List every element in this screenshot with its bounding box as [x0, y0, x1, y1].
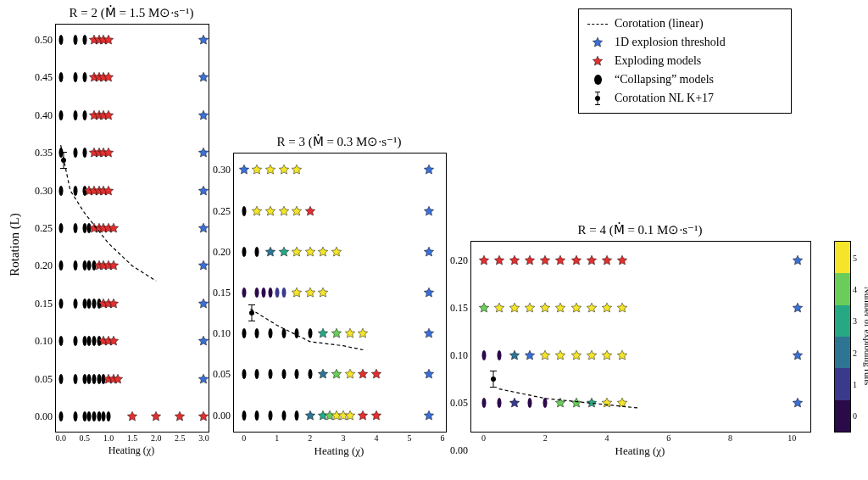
star-marker	[357, 410, 369, 421]
star-marker	[264, 205, 276, 217]
x-tick: 5	[408, 433, 412, 443]
collapsing-marker	[268, 328, 272, 338]
star-marker	[554, 349, 566, 361]
star-marker	[423, 368, 435, 380]
collapsing-marker	[275, 287, 279, 298]
collapsing-marker	[58, 35, 63, 45]
star-marker	[601, 349, 613, 361]
x-tick: 0	[242, 433, 246, 443]
collapsing-marker	[73, 374, 77, 384]
star-marker	[331, 246, 342, 258]
collapsing-marker	[58, 299, 63, 309]
star-marker	[586, 254, 598, 266]
star-marker	[108, 260, 120, 271]
dash-icon	[587, 24, 608, 25]
panel2-xlabel: Heating (χ)	[233, 444, 445, 458]
y-tick: 0.15	[450, 302, 468, 315]
star-marker	[291, 246, 303, 258]
star-marker	[509, 302, 520, 314]
legend-errorbar-label: Corotation NL K+17	[615, 92, 714, 105]
collapsing-marker	[308, 328, 312, 338]
y-tick: 0.20	[35, 260, 53, 272]
star-marker	[331, 327, 342, 339]
star-marker	[509, 397, 520, 409]
star-marker	[601, 254, 613, 266]
star-marker	[423, 205, 435, 217]
star-marker	[539, 254, 551, 266]
collapsing-marker	[295, 369, 299, 379]
y-tick: 0.10	[35, 335, 53, 348]
star-marker	[570, 254, 582, 266]
star-marker	[317, 368, 329, 380]
star-marker	[198, 222, 209, 234]
x-tick: 1	[275, 433, 279, 443]
y-tick: 0.25	[213, 204, 231, 217]
star-marker	[304, 205, 316, 217]
star-marker	[493, 302, 505, 314]
star-marker	[570, 302, 582, 314]
collapsing-marker	[73, 336, 77, 346]
y-tick: 0.05	[450, 397, 468, 410]
collapsing-marker	[497, 398, 501, 408]
x-tick: 4	[374, 433, 378, 443]
star-marker	[238, 164, 250, 176]
collapsing-marker	[97, 411, 101, 421]
panel3-title: R = 4 (Ṁ = 0.1 M⊙·s⁻¹)	[470, 222, 810, 237]
x-tick: 8	[728, 433, 732, 443]
star-marker	[616, 397, 628, 409]
colorbar-segment	[835, 273, 850, 304]
collapsing-marker	[58, 336, 63, 346]
panel-r3: 0.000.050.100.150.200.250.300123456	[233, 153, 447, 433]
star-marker	[554, 302, 566, 314]
star-marker	[539, 349, 551, 361]
colorbar-tick: 2	[853, 348, 857, 357]
panel-r2: 0.000.050.100.150.200.250.300.350.400.45…	[55, 24, 209, 433]
star-marker	[304, 246, 316, 258]
x-tick: 1.5	[127, 433, 138, 443]
star-marker	[423, 246, 435, 258]
star-marker	[291, 164, 303, 176]
star-marker	[103, 147, 114, 159]
star-marker	[357, 327, 369, 339]
star-marker	[317, 287, 329, 299]
collapsing-marker	[543, 398, 548, 408]
star-marker	[304, 410, 316, 421]
star-marker	[423, 410, 435, 421]
star-marker	[539, 302, 551, 314]
x-tick: 6	[441, 433, 445, 443]
collapsing-marker	[87, 299, 92, 309]
collapsing-marker	[82, 336, 86, 346]
star-marker	[554, 397, 566, 409]
star-marker	[792, 254, 804, 266]
panel2-title: R = 3 (Ṁ = 0.3 M⊙·s⁻¹)	[233, 134, 445, 149]
star-marker	[291, 287, 303, 299]
collapsing-marker	[92, 336, 97, 346]
star-marker	[103, 109, 114, 121]
legend: Corotation (linear) 1D explosion thresho…	[578, 8, 792, 114]
star-marker	[317, 246, 329, 258]
collapsing-marker	[82, 374, 86, 384]
y-tick: 0.45	[35, 71, 53, 84]
star-marker	[423, 164, 435, 176]
collapsing-marker	[106, 411, 110, 421]
star-icon	[587, 36, 608, 48]
x-tick: 6	[666, 433, 670, 443]
x-tick: 1.0	[103, 433, 114, 443]
collapsing-marker	[82, 411, 86, 421]
star-marker	[616, 349, 628, 361]
collapsing-marker	[481, 398, 486, 408]
y-tick: 0.30	[213, 164, 231, 176]
colorbar-segment	[835, 337, 850, 368]
star-marker	[108, 335, 120, 347]
star-marker	[251, 205, 263, 217]
x-tick: 2.0	[151, 433, 162, 443]
star-marker	[198, 410, 209, 422]
panel1-xlabel: Heating (χ)	[55, 444, 208, 457]
y-tick: 0.00	[450, 444, 468, 457]
collapsing-marker	[528, 398, 532, 408]
y-tick: 0.15	[35, 297, 53, 310]
collapsing-marker	[58, 411, 63, 421]
star-marker	[291, 205, 303, 217]
collapsing-marker	[82, 260, 86, 271]
y-tick: 0.10	[213, 327, 231, 340]
